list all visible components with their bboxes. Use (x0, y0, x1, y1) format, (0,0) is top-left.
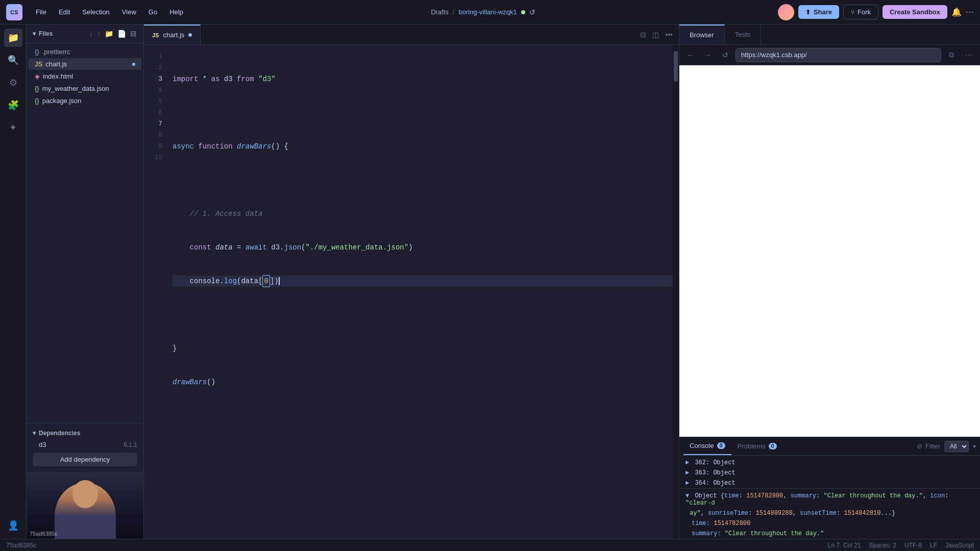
activity-files-icon[interactable]: 📁 (4, 29, 22, 47)
fork-icon: ⑂ (851, 9, 854, 16)
browser-tabs: Browser Tests (679, 24, 980, 45)
files-collapse-icon[interactable]: ▾ (33, 30, 36, 37)
problems-badge: 0 (769, 443, 777, 449)
file-item-weatherjson[interactable]: {} my_weather_data.json (29, 83, 141, 94)
editor-area: JS chart.js ⊟ ◫ ••• 1 2 3 4 5 6 7 8 9 (144, 24, 679, 539)
tab-tests[interactable]: Tests (725, 24, 761, 44)
video-session-id: 75ad6385c (30, 531, 57, 537)
time-key: time: (692, 520, 714, 527)
avatar[interactable] (778, 4, 794, 20)
activity-extensions-icon[interactable]: 🧩 (4, 96, 22, 114)
menu-go[interactable]: Go (143, 6, 162, 18)
file-name-weatherjson: my_weather_data.json (42, 85, 109, 92)
console-panel: Console 0 Problems 0 ⊘ Filter All ▾ (679, 437, 980, 539)
file-name-indexhtml: index.html (43, 72, 73, 80)
file-panel-header: ▾ Files ↓ ↑ 📁 📄 ⊟ (27, 24, 143, 43)
menu-file[interactable]: File (31, 6, 52, 18)
status-git-id[interactable]: 75ad6385c (6, 542, 36, 549)
split-editor-icon[interactable]: ⊟ (638, 29, 648, 41)
url-bar[interactable] (736, 48, 941, 62)
more-editor-actions-icon[interactable]: ••• (663, 29, 675, 41)
drafts-link[interactable]: Drafts (431, 8, 449, 16)
refresh-icon[interactable]: ↺ (529, 8, 535, 16)
forward-button[interactable]: → (701, 48, 715, 62)
menu-help[interactable]: Help (164, 6, 188, 18)
fork-button[interactable]: ⑂ Fork (843, 5, 878, 19)
share-icon: ⬆ (805, 9, 811, 16)
editor-layout-icon[interactable]: ◫ (650, 29, 661, 41)
file-item-chartjs[interactable]: JS chart.js (29, 58, 141, 70)
add-dependency-button[interactable]: Add dependency (33, 453, 137, 466)
tab-console[interactable]: Console 0 (683, 437, 731, 455)
sandbox-name[interactable]: boring-villani-wzqk1 (458, 8, 517, 16)
status-encoding[interactable]: UTF-8 (904, 542, 922, 549)
console-line-362[interactable]: ► 362: Object (679, 458, 980, 468)
menu-edit[interactable]: Edit (54, 6, 75, 18)
tab-modified-dot (188, 33, 192, 37)
activity-search-icon[interactable]: 🔍 (4, 51, 22, 69)
menu-view[interactable]: View (117, 6, 141, 18)
file-item-indexhtml[interactable]: ◈ index.html (29, 70, 141, 82)
file-icon-chartjs: JS (35, 60, 42, 68)
new-file-icon[interactable]: 📄 (116, 29, 127, 39)
collapse-icon[interactable]: ⊟ (129, 29, 137, 39)
dependency-d3: d3 6.1.1 (27, 439, 143, 450)
scrollbar-thumb[interactable] (674, 51, 678, 82)
expand-364-icon[interactable]: ► (685, 480, 689, 487)
problems-tab-label: Problems (738, 442, 766, 450)
notifications-icon[interactable]: 🔔 (951, 7, 962, 17)
activity-users-icon[interactable]: 👤 (4, 516, 22, 535)
text-cursor (279, 277, 280, 285)
status-bar: 75ad6385c Ln 7, Col 21 Spaces: 2 UTF-8 L… (0, 539, 980, 551)
menu-bar: File Edit Selection View Go Help (31, 6, 188, 18)
file-icon-packagejson: {} (35, 97, 39, 105)
file-panel: ▾ Files ↓ ↑ 📁 📄 ⊟ {} .prettierrc JS char… (27, 24, 144, 539)
status-language[interactable]: JavaScript (945, 542, 974, 549)
expand-362-icon[interactable]: ► (685, 459, 689, 466)
editor-scrollbar[interactable] (673, 45, 679, 539)
menu-selection[interactable]: Selection (77, 6, 114, 18)
status-position[interactable]: Ln 7, Col 21 (828, 542, 861, 549)
tab-label-chartjs: chart.js (163, 31, 184, 39)
console-content: ► 362: Object ► 363: Object ► 364: Objec… (679, 456, 980, 539)
tab-browser[interactable]: Browser (679, 24, 725, 44)
console-line-364[interactable]: ► 364: Object (679, 478, 980, 488)
file-name-packagejson: package.json (42, 97, 82, 105)
console-tabs: Console 0 Problems 0 ⊘ Filter All ▾ (679, 437, 980, 456)
editor-tab-chartjs[interactable]: JS chart.js (144, 24, 201, 44)
share-button[interactable]: ⬆ Share (798, 5, 839, 19)
new-folder-icon[interactable]: 📁 (104, 29, 114, 39)
reload-button[interactable]: ↺ (718, 48, 732, 62)
topbar-right-actions: ⬆ Share ⑂ Fork Create Sandbox 🔔 ⋯ (778, 4, 974, 20)
file-item-prettierrc[interactable]: {} .prettierrc (29, 46, 141, 58)
activity-git-icon[interactable]: ✦ (4, 118, 22, 137)
tab-problems[interactable]: Problems 0 (731, 437, 783, 455)
filter-dropdown-icon: ▾ (973, 443, 976, 450)
code-line-4 (173, 174, 673, 186)
filter-button[interactable]: ⊘ Filter (917, 442, 940, 450)
dep-title: Dependencies (39, 430, 80, 437)
open-in-new-tab-icon[interactable]: ⧉ (944, 48, 959, 62)
filter-select[interactable]: All (944, 441, 969, 452)
activity-settings-icon[interactable]: ⚙ (4, 73, 22, 92)
sort-desc-icon[interactable]: ↓ (88, 29, 94, 39)
app-logo: CS (6, 4, 22, 20)
code-line-5: // 1. Access data (173, 208, 673, 219)
code-line-2 (173, 107, 673, 118)
console-line-363[interactable]: ► 363: Object (679, 468, 980, 478)
expanded-object-header[interactable]: ▼ Object {time: 1514782800, summary: "Cl… (679, 491, 980, 508)
dependencies-header[interactable]: ▾ Dependencies (27, 428, 143, 439)
code-editor[interactable]: 1 2 3 4 5 6 7 8 9 10 import * as d3 from… (144, 45, 679, 539)
expand-object-icon[interactable]: ▼ (685, 492, 689, 499)
file-item-packagejson[interactable]: {} package.json (29, 95, 141, 107)
code-line-6: const data = await d3.json("./my_weather… (173, 242, 673, 253)
create-sandbox-button[interactable]: Create Sandbox (883, 5, 947, 19)
back-button[interactable]: ← (683, 48, 698, 62)
status-left: 75ad6385c (6, 542, 36, 549)
more-icon[interactable]: ⋯ (966, 7, 974, 17)
status-spaces[interactable]: Spaces: 2 (869, 542, 896, 549)
browser-more-icon[interactable]: ⋯ (962, 48, 976, 62)
status-line-ending[interactable]: LF (930, 542, 937, 549)
sort-asc-icon[interactable]: ↑ (96, 29, 102, 39)
expand-363-icon[interactable]: ► (685, 469, 689, 477)
